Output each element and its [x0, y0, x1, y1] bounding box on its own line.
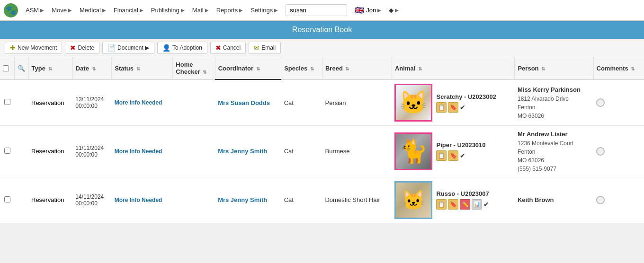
row3-home-checker [173, 177, 215, 223]
nav-reports[interactable]: Reports ▶ [213, 5, 247, 16]
nav-extra[interactable]: ◆ ▶ [385, 5, 402, 16]
nav-mail-arrow: ▶ [205, 8, 209, 13]
user-menu[interactable]: 🇬🇧 Jon ▶ [351, 4, 385, 17]
row1-checkbox[interactable] [4, 99, 10, 105]
sort-animal-icon: ⇅ [418, 66, 422, 71]
row3-animal-table-icon[interactable]: 📊 [472, 199, 482, 210]
sort-person-icon: ⇅ [541, 66, 545, 71]
row3-person: Keith Brown [515, 177, 593, 223]
th-search[interactable]: 🔍 [14, 57, 28, 79]
row2-coordinator[interactable]: Mrs Jenny Smith [215, 126, 281, 177]
row3-animal-image [394, 181, 432, 219]
search-input[interactable] [286, 4, 347, 16]
to-adoption-icon: 👤 [162, 44, 170, 52]
sort-breed-icon: ⇅ [345, 66, 349, 71]
search-icon: 🔍 [18, 65, 25, 72]
new-movement-icon: ✚ [10, 44, 16, 52]
to-adoption-button[interactable]: 👤 To Adoption [157, 42, 207, 54]
document-button[interactable]: 📄 Document ▶ [102, 42, 154, 54]
row2-animal-name[interactable]: Piper - U2023010 [436, 141, 511, 149]
row2-person-name[interactable]: Mr Andrew Lister [518, 130, 590, 139]
th-checkbox[interactable] [0, 57, 14, 79]
row2-checkbox[interactable] [4, 148, 10, 154]
th-person[interactable]: Person ⇅ [515, 57, 593, 79]
row1-animal-check-icon[interactable]: ✔ [460, 104, 465, 111]
row3-checkbox-cell[interactable] [0, 177, 14, 223]
row1-breed: Persian [322, 79, 392, 126]
app-logo[interactable]: 🐾 [4, 3, 18, 18]
nav-financial[interactable]: Financial ▶ [110, 5, 147, 16]
email-button[interactable]: ✉ Email [249, 42, 281, 54]
row3-person-name[interactable]: Keith Brown [518, 195, 590, 205]
delete-button[interactable]: ✖ Delete [65, 42, 99, 54]
row3-animal: Russo - U2023007 📋 🔖 ✏️ 📊 ✔ [392, 177, 514, 223]
top-navigation: 🐾 ASM ▶ Move ▶ Medical ▶ Financial ▶ Pub… [0, 0, 644, 21]
row2-animal-doc-icon[interactable]: 📋 [436, 150, 447, 161]
row2-checkbox-cell[interactable] [0, 126, 14, 177]
new-movement-button[interactable]: ✚ New Movement [5, 42, 62, 54]
flag-icon: 🇬🇧 [355, 6, 364, 15]
row2-radio-button[interactable] [596, 147, 605, 156]
nav-mail[interactable]: Mail ▶ [188, 5, 213, 16]
row1-person-addr: 1812 Alvarado Drive Fenton MO 63026 [518, 95, 590, 120]
th-type[interactable]: Type ⇅ [28, 57, 72, 79]
document-icon: 📄 [107, 44, 116, 52]
row3-animal-edit-icon[interactable]: ✏️ [460, 199, 470, 210]
nav-publishing[interactable]: Publishing ▶ [147, 5, 188, 16]
th-breed[interactable]: Breed ⇅ [322, 57, 392, 79]
row3-radio-button[interactable] [596, 196, 605, 204]
th-date[interactable]: Date ⇅ [72, 57, 112, 79]
row1-animal-name[interactable]: Scratchy - U2023002 [436, 93, 511, 100]
nav-move[interactable]: Move ▶ [48, 5, 76, 16]
row1-home-checker [173, 79, 215, 126]
reservation-table: 🔍 Type ⇅ Date ⇅ Status ⇅ HomeChecker ⇅ [0, 57, 644, 223]
row2-person: Mr Andrew Lister 1236 Montevale Court Fe… [515, 126, 593, 177]
row1-person-name[interactable]: Miss Kerry Parkinson [518, 85, 590, 95]
row1-type: Reservation [28, 79, 72, 126]
reservation-table-container: 🔍 Type ⇅ Date ⇅ Status ⇅ HomeChecker ⇅ [0, 57, 644, 223]
row1-status: More Info Needed [112, 79, 173, 126]
table-row: Reservation 14/11/2024 00:00:00 More Inf… [0, 177, 644, 223]
cancel-button[interactable]: ✖ Cancel [210, 42, 246, 54]
row2-animal-check-icon[interactable]: ✔ [460, 152, 465, 159]
row3-checkbox[interactable] [4, 196, 10, 202]
row3-animal-check-icon[interactable]: ✔ [483, 201, 489, 208]
row2-home-checker [173, 126, 215, 177]
row1-animal-info: Scratchy - U2023002 📋 🔖 ✔ [436, 93, 511, 113]
nav-asm[interactable]: ASM ▶ [22, 5, 48, 16]
th-animal[interactable]: Animal ⇅ [392, 57, 514, 79]
row1-animal-doc-icon[interactable]: 📋 [436, 102, 447, 113]
diamond-icon: ◆ [389, 7, 394, 14]
nav-medical-arrow: ▶ [102, 8, 106, 13]
row3-animal-name[interactable]: Russo - U2023007 [436, 190, 511, 197]
row3-breed: Domestic Short Hair [322, 177, 392, 223]
nav-medical[interactable]: Medical ▶ [76, 5, 110, 16]
row3-status: More Info Needed [112, 177, 173, 223]
th-status[interactable]: Status ⇅ [112, 57, 173, 79]
row2-animal-bookmark-icon[interactable]: 🔖 [448, 150, 458, 161]
select-all-checkbox[interactable] [3, 65, 9, 71]
sort-home-checker-icon: ⇅ [203, 70, 206, 75]
sort-date-icon: ⇅ [92, 66, 96, 71]
row1-coordinator[interactable]: Mrs Susan Dodds [215, 79, 281, 126]
row1-radio-button[interactable] [596, 98, 605, 107]
row1-animal-icons: 📋 🔖 ✔ [436, 102, 511, 113]
th-coordinator[interactable]: Coordinator ⇅ [215, 57, 281, 79]
page-title: Reservation Book [292, 26, 352, 34]
th-species[interactable]: Species ⇅ [281, 57, 322, 79]
nav-financial-arrow: ▶ [140, 8, 143, 13]
th-comments[interactable]: Comments ⇅ [593, 57, 644, 79]
row3-animal-bookmark-icon[interactable]: 🔖 [448, 199, 458, 210]
sort-type-icon: ⇅ [48, 66, 52, 71]
nav-extra-arrow: ▶ [395, 8, 399, 13]
row3-coordinator[interactable]: Mrs Jenny Smith [215, 177, 281, 223]
nav-settings[interactable]: Settings ▶ [247, 5, 282, 16]
row1-person-info: Miss Kerry Parkinson 1812 Alvarado Drive… [518, 85, 590, 120]
th-home-checker[interactable]: HomeChecker ⇅ [173, 57, 215, 79]
row2-species: Cat [281, 126, 322, 177]
row1-comments [593, 79, 644, 126]
row1-animal-bookmark-icon[interactable]: 🔖 [448, 102, 458, 113]
table-header-row: 🔍 Type ⇅ Date ⇅ Status ⇅ HomeChecker ⇅ [0, 57, 644, 79]
row1-checkbox-cell[interactable] [0, 79, 14, 126]
row3-animal-doc-icon[interactable]: 📋 [436, 199, 447, 210]
